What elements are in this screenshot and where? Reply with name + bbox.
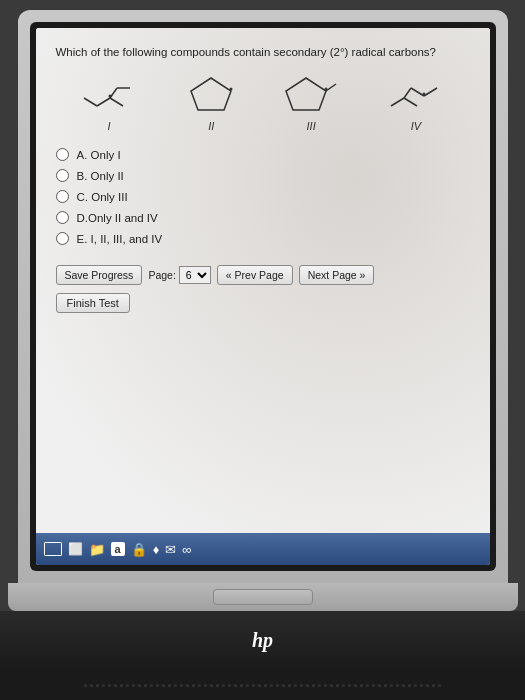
trackpad[interactable] xyxy=(213,589,313,605)
question-text: Which of the following compounds contain… xyxy=(56,44,470,60)
speaker-dot xyxy=(144,684,147,687)
svg-line-13 xyxy=(404,88,411,98)
screen: Which of the following compounds contain… xyxy=(36,28,490,565)
svg-line-0 xyxy=(84,98,97,106)
speaker-dot xyxy=(354,684,357,687)
option-D[interactable]: D.Only II and IV xyxy=(56,211,470,224)
speaker-dot xyxy=(150,684,153,687)
taskbar-screen-icon[interactable]: ⬜ xyxy=(68,542,83,556)
speaker-dot xyxy=(300,684,303,687)
speaker-dot xyxy=(276,684,279,687)
page-select[interactable]: 6 xyxy=(179,266,211,284)
option-A-text: A. Only I xyxy=(77,149,121,161)
speaker-dot xyxy=(246,684,249,687)
screen-content: Which of the following compounds contain… xyxy=(36,28,490,533)
speaker-dot xyxy=(180,684,183,687)
svg-line-11 xyxy=(391,98,404,106)
taskbar-window-icon[interactable] xyxy=(44,542,62,556)
speaker-dot xyxy=(414,684,417,687)
speaker-dot xyxy=(234,684,237,687)
speaker-dot xyxy=(294,684,297,687)
taskbar-mail-icon[interactable]: ✉ xyxy=(165,542,176,557)
laptop-base xyxy=(8,583,518,611)
speaker-dot xyxy=(384,684,387,687)
speaker-dot xyxy=(426,684,429,687)
speaker-dot xyxy=(438,684,441,687)
option-B-text: B. Only II xyxy=(77,170,124,182)
hp-logo: hp xyxy=(252,629,273,652)
speaker-dot xyxy=(342,684,345,687)
speaker-dot xyxy=(114,684,117,687)
svg-point-16 xyxy=(422,93,425,96)
speaker-dot xyxy=(378,684,381,687)
speaker-dot xyxy=(84,684,87,687)
option-E-text: E. I, II, III, and IV xyxy=(77,233,163,245)
option-D-text: D.Only II and IV xyxy=(77,212,158,224)
svg-line-9 xyxy=(326,84,336,91)
speaker-dot xyxy=(162,684,165,687)
taskbar-a-icon[interactable]: a xyxy=(111,542,125,556)
speaker-dot xyxy=(96,684,99,687)
speaker-dot xyxy=(210,684,213,687)
option-C[interactable]: C. Only III xyxy=(56,190,470,203)
speaker-dot xyxy=(288,684,291,687)
speaker-dot xyxy=(264,684,267,687)
compound-III: III xyxy=(284,74,339,132)
speaker-dot xyxy=(192,684,195,687)
radio-B[interactable] xyxy=(56,169,69,182)
speaker-dot xyxy=(90,684,93,687)
finish-test-button[interactable]: Finish Test xyxy=(56,293,130,313)
prev-page-button[interactable]: « Prev Page xyxy=(217,265,293,285)
options-list: A. Only I B. Only II C. Only III D.Only … xyxy=(56,148,470,245)
speaker-dot xyxy=(156,684,159,687)
speaker-dot xyxy=(408,684,411,687)
speaker-dot xyxy=(252,684,255,687)
compound-I: I xyxy=(79,78,139,132)
svg-point-10 xyxy=(324,88,327,91)
option-C-text: C. Only III xyxy=(77,191,128,203)
svg-line-2 xyxy=(110,98,123,106)
svg-point-5 xyxy=(109,95,112,98)
svg-line-12 xyxy=(404,98,417,106)
option-A[interactable]: A. Only I xyxy=(56,148,470,161)
option-B[interactable]: B. Only II xyxy=(56,169,470,182)
svg-marker-8 xyxy=(286,78,326,110)
page-selector: Page: 6 xyxy=(148,266,210,284)
taskbar-diamond-icon[interactable]: ♦ xyxy=(153,542,160,557)
speaker-dot xyxy=(420,684,423,687)
speaker-dot xyxy=(240,684,243,687)
speaker-dot xyxy=(258,684,261,687)
speaker-dot xyxy=(120,684,123,687)
screen-bezel: Which of the following compounds contain… xyxy=(30,22,496,571)
speaker-dot xyxy=(432,684,435,687)
page-label: Page: xyxy=(148,269,175,281)
speaker-dot xyxy=(198,684,201,687)
taskbar-folder-icon[interactable]: 📁 xyxy=(89,542,105,557)
speaker-dot xyxy=(204,684,207,687)
speaker-dot xyxy=(132,684,135,687)
radio-A[interactable] xyxy=(56,148,69,161)
radio-E[interactable] xyxy=(56,232,69,245)
speaker-dot xyxy=(312,684,315,687)
radio-C[interactable] xyxy=(56,190,69,203)
taskbar-infinity-icon[interactable]: ∞ xyxy=(182,542,191,557)
compound-II-label: II xyxy=(208,120,214,132)
taskbar-lock-icon[interactable]: 🔒 xyxy=(131,542,147,557)
option-E[interactable]: E. I, II, III, and IV xyxy=(56,232,470,245)
speaker-dot xyxy=(348,684,351,687)
next-page-button[interactable]: Next Page » xyxy=(299,265,375,285)
svg-line-15 xyxy=(424,88,437,96)
save-progress-button[interactable]: Save Progress xyxy=(56,265,143,285)
speaker-dot xyxy=(402,684,405,687)
speaker-dot xyxy=(360,684,363,687)
speaker-grille: const grille = document.querySelector('.… xyxy=(0,670,525,700)
toolbar: Save Progress Page: 6 « Prev Page Next P… xyxy=(56,265,470,285)
radio-D[interactable] xyxy=(56,211,69,224)
speaker-dot xyxy=(372,684,375,687)
speaker-dot xyxy=(324,684,327,687)
speaker-dot xyxy=(108,684,111,687)
laptop-screen: Which of the following compounds contain… xyxy=(18,10,508,583)
speaker-dot xyxy=(186,684,189,687)
compounds-row: I II xyxy=(56,74,470,132)
speaker-dot xyxy=(168,684,171,687)
